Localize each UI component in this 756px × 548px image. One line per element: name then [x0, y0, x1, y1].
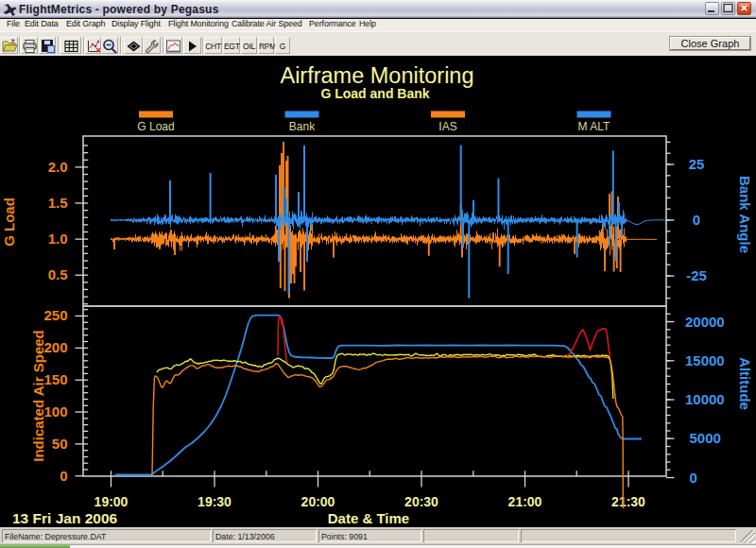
svg-text:1.0: 1.0	[48, 231, 68, 247]
svg-text:0: 0	[60, 468, 67, 484]
svg-text:G Load: G Load	[137, 120, 174, 133]
svg-text:Airframe Monitoring: Airframe Monitoring	[280, 63, 473, 88]
svg-text:21:00: 21:00	[508, 494, 542, 509]
svg-text:100: 100	[43, 403, 67, 420]
svg-text:Bank: Bank	[289, 120, 316, 133]
svg-text:15000: 15000	[685, 352, 725, 368]
svg-text:1.5: 1.5	[48, 195, 68, 211]
svg-text:G Load and Bank: G Load and Bank	[320, 86, 429, 101]
svg-text:250: 250	[43, 307, 67, 323]
svg-text:5000: 5000	[690, 430, 721, 446]
svg-text:0: 0	[690, 470, 697, 486]
svg-text:20:00: 20:00	[301, 494, 335, 509]
svg-text:2.0: 2.0	[48, 159, 68, 175]
svg-text:Indicated Air Speed: Indicated Air Speed	[30, 330, 46, 461]
svg-text:10000: 10000	[685, 391, 725, 407]
svg-text:20000: 20000	[685, 314, 725, 330]
svg-text:200: 200	[43, 339, 67, 355]
svg-text:150: 150	[43, 371, 67, 387]
svg-text:M ALT: M ALT	[578, 120, 610, 133]
svg-text:0.5: 0.5	[48, 266, 68, 283]
svg-text:19:30: 19:30	[198, 494, 232, 509]
svg-text:50: 50	[52, 436, 68, 452]
svg-text:19:00: 19:00	[94, 494, 129, 509]
svg-text:20:30: 20:30	[404, 494, 438, 509]
svg-text:0: 0	[693, 212, 700, 228]
svg-text:-25: -25	[686, 267, 707, 283]
svg-text:Altitude: Altitude	[737, 357, 753, 410]
svg-text:25: 25	[689, 156, 705, 172]
svg-text:Date & Time: Date & Time	[328, 510, 409, 526]
svg-text:13 Fri Jan 2006: 13 Fri Jan 2006	[12, 510, 118, 526]
svg-text:21:30: 21:30	[611, 494, 645, 509]
svg-text:Bank Angle: Bank Angle	[737, 176, 753, 253]
svg-text:IAS: IAS	[438, 120, 456, 133]
svg-text:G Load: G Load	[1, 197, 17, 247]
